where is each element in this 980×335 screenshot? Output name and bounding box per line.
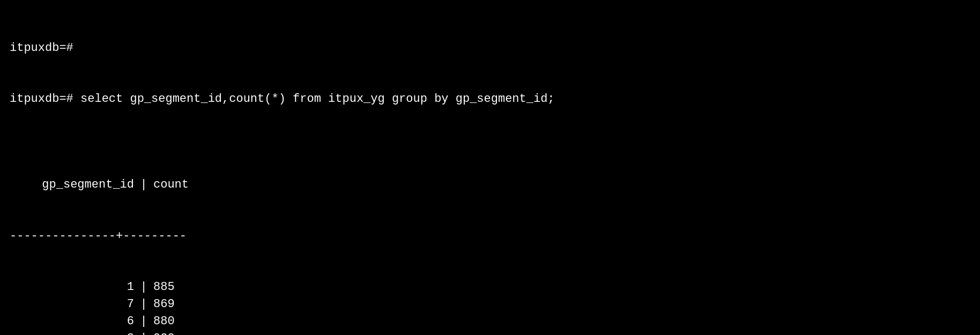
table-row: 7|869: [10, 296, 970, 313]
cell-count: 885: [149, 279, 175, 296]
prompt-line-1: itpuxdb=#: [10, 40, 970, 57]
col-header-divider: |: [138, 176, 149, 193]
query-result-table: gp_segment_id | count ---------------+--…: [10, 142, 970, 335]
cell-divider: |: [138, 313, 149, 330]
cell-count: 920: [149, 330, 175, 335]
table-separator: ---------------+---------: [10, 228, 970, 245]
cell-count: 880: [149, 313, 175, 330]
cell-segment-id: 7: [10, 296, 138, 313]
cell-segment-id: 1: [10, 279, 138, 296]
cell-count: 869: [149, 296, 175, 313]
cell-divider: |: [138, 296, 149, 313]
prompt-line-2: itpuxdb=# select gp_segment_id,count(*) …: [10, 91, 970, 108]
col-header-count: count: [149, 176, 189, 193]
cell-divider: |: [138, 330, 149, 335]
table-header-row: gp_segment_id | count: [10, 176, 970, 193]
terminal-output: itpuxdb=# itpuxdb=# select gp_segment_id…: [10, 5, 970, 335]
cell-segment-id: 6: [10, 313, 138, 330]
table-row: 1|885: [10, 279, 970, 296]
table-row: 3|920: [10, 330, 970, 335]
table-rows: 1|8857|8696|8803|9202|8714|8898|9290|933…: [10, 279, 970, 335]
cell-divider: |: [138, 279, 149, 296]
col-header-segment-id: gp_segment_id: [10, 176, 138, 193]
table-row: 6|880: [10, 313, 970, 330]
cell-segment-id: 3: [10, 330, 138, 335]
